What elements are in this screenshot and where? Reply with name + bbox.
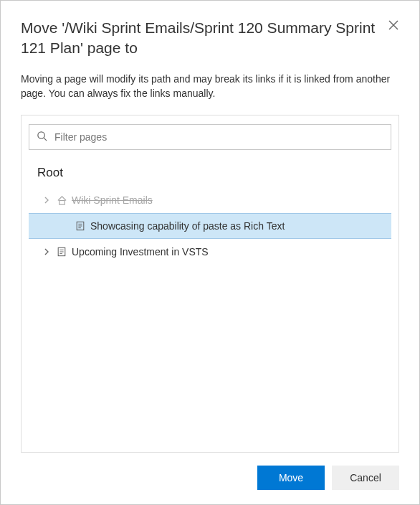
- tree-node-label: Showcasing capability of paste as Rich T…: [90, 220, 285, 232]
- tree-node-label: Wiki Sprint Emails: [72, 194, 153, 206]
- close-icon: [388, 20, 398, 30]
- tree-node-label: Upcoming Investment in VSTS: [72, 246, 209, 258]
- chevron-right-icon: [42, 195, 52, 205]
- tree-root-label: Root: [29, 163, 391, 187]
- dialog-description: Moving a page will modify its path and m…: [21, 72, 399, 101]
- dialog-footer: Move Cancel: [21, 453, 399, 490]
- filter-pages-wrap[interactable]: [29, 124, 391, 150]
- tree-panel: Root Wiki Sprint Emails: [21, 115, 399, 453]
- tree-node-wiki-sprint-emails[interactable]: Wiki Sprint Emails: [29, 187, 391, 213]
- page-icon: [75, 220, 86, 232]
- page-icon: [56, 246, 67, 258]
- move-button[interactable]: Move: [257, 466, 325, 490]
- cancel-button[interactable]: Cancel: [332, 466, 399, 490]
- tree-node-upcoming-investment-vsts[interactable]: Upcoming Investment in VSTS: [29, 239, 391, 265]
- filter-pages-input[interactable]: [53, 131, 383, 143]
- move-page-dialog: Move '/Wiki Sprint Emails/Sprint 120 Sum…: [0, 0, 420, 505]
- svg-point-2: [38, 132, 44, 138]
- svg-rect-4: [59, 200, 65, 204]
- search-icon: [37, 131, 47, 144]
- tree-node-showcasing-paste-rich-text[interactable]: Showcasing capability of paste as Rich T…: [29, 213, 391, 239]
- chevron-right-icon: [42, 247, 52, 257]
- svg-line-3: [44, 138, 47, 141]
- page-tree: Wiki Sprint Emails Showcasing capability…: [29, 187, 391, 445]
- close-button[interactable]: [383, 15, 404, 35]
- home-icon: [56, 194, 67, 206]
- dialog-title: Move '/Wiki Sprint Emails/Sprint 120 Sum…: [21, 18, 376, 59]
